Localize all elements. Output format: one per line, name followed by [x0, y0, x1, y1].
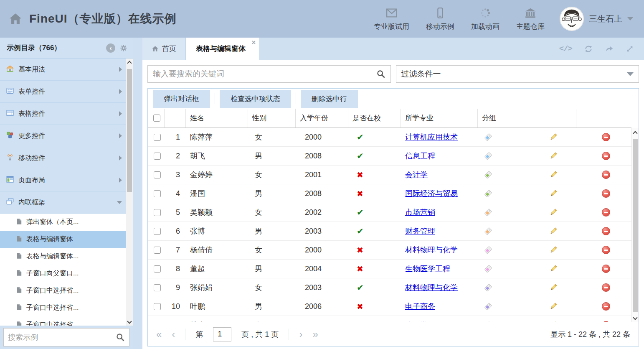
major-link[interactable]: 材料物理与化学: [405, 245, 458, 255]
select-all-checkbox[interactable]: [153, 115, 160, 122]
sidebar-item[interactable]: 表格与编辑窗体: [0, 231, 126, 248]
delete-icon[interactable]: [602, 152, 610, 160]
sidebar-item[interactable]: 表格与编辑窗体...: [0, 248, 126, 265]
keyword-search-input[interactable]: [153, 69, 376, 79]
major-link[interactable]: 市场营销: [405, 207, 435, 217]
row-checkbox[interactable]: [154, 190, 161, 197]
gear-icon[interactable]: [119, 44, 128, 52]
delete-icon[interactable]: [602, 283, 610, 292]
sidebar-item[interactable]: 弹出窗体（本页...: [0, 214, 126, 231]
edit-icon[interactable]: [549, 321, 558, 322]
delete-icon[interactable]: [602, 208, 610, 217]
refresh-icon[interactable]: [584, 44, 593, 53]
major-link[interactable]: 管理学: [405, 320, 428, 322]
splitter[interactable]: [133, 38, 142, 349]
avatar[interactable]: [560, 7, 584, 31]
sidebar-group-3[interactable]: 更多控件: [0, 125, 126, 147]
sidebar-group-5[interactable]: 页面布局: [0, 169, 126, 191]
sidebar-group-1[interactable]: 表单控件: [0, 81, 126, 103]
row-checkbox[interactable]: [154, 284, 161, 291]
search-icon[interactable]: [376, 69, 385, 79]
tab-1[interactable]: 表格与编辑窗体×: [186, 38, 259, 60]
sidebar-group-2[interactable]: 表格控件: [0, 103, 126, 125]
share-icon[interactable]: [605, 44, 614, 53]
next-page-button[interactable]: ›: [299, 329, 302, 339]
close-tab-icon[interactable]: ×: [252, 39, 256, 46]
expand-icon[interactable]: [626, 45, 634, 53]
tab-0[interactable]: 首页: [142, 38, 186, 60]
search-icon[interactable]: [116, 333, 125, 342]
sidebar-group-4[interactable]: 移动控件: [0, 147, 126, 169]
edit-icon[interactable]: [549, 152, 558, 160]
row-checkbox[interactable]: [154, 134, 161, 141]
delete-icon[interactable]: [602, 171, 610, 179]
row-checkbox[interactable]: [154, 247, 161, 254]
major-link[interactable]: 材料物理与化学: [405, 283, 458, 293]
delete-icon[interactable]: [602, 302, 610, 311]
cell-group: [478, 203, 526, 222]
major-link[interactable]: 会计学: [405, 170, 428, 180]
code-icon[interactable]: </>: [559, 44, 572, 53]
edit-icon[interactable]: [549, 189, 558, 198]
tab-toolbar: </>: [559, 38, 644, 60]
row-checkbox[interactable]: [154, 228, 161, 235]
sidebar-item[interactable]: 子窗口中选择省...: [0, 282, 126, 299]
edit-icon[interactable]: [549, 246, 558, 254]
major-link[interactable]: 国际经济与贸易: [405, 189, 458, 199]
scroll-up-icon[interactable]: [127, 61, 132, 65]
sidebar-item[interactable]: 子窗口向父窗口...: [0, 265, 126, 282]
edit-icon[interactable]: [549, 208, 558, 217]
first-page-button[interactable]: «: [156, 329, 162, 339]
sidebar-group-6[interactable]: 内联框架: [0, 191, 126, 214]
home-icon[interactable]: [8, 12, 23, 26]
row-checkbox[interactable]: [154, 209, 161, 216]
delete-icon[interactable]: [602, 189, 610, 198]
scroll-down-icon[interactable]: [633, 315, 637, 320]
delete-icon[interactable]: [602, 133, 610, 141]
page-number-input[interactable]: [213, 327, 231, 341]
last-page-button[interactable]: »: [312, 329, 318, 339]
sidebar-group-0[interactable]: 基本用法: [0, 59, 126, 81]
delete-icon[interactable]: [602, 246, 610, 254]
edit-icon[interactable]: [549, 265, 558, 273]
action-button-0[interactable]: 弹出对话框: [153, 90, 210, 108]
grid-toolbar: 弹出对话框检查选中项状态删除选中行: [148, 89, 639, 109]
delete-icon[interactable]: [602, 227, 610, 235]
delete-icon[interactable]: [602, 321, 610, 322]
row-checkbox[interactable]: [154, 265, 161, 273]
delete-icon[interactable]: [602, 265, 610, 273]
prev-page-button[interactable]: ‹: [172, 329, 175, 339]
major-link[interactable]: 财务管理: [405, 226, 435, 236]
sidebar-search-input[interactable]: [8, 333, 116, 342]
row-checkbox[interactable]: [154, 171, 161, 178]
scrollbar-thumb[interactable]: [127, 69, 132, 192]
row-checkbox[interactable]: [154, 322, 161, 322]
scroll-up-icon[interactable]: [633, 131, 637, 135]
edit-icon[interactable]: [549, 227, 558, 235]
header-action-loading-anim[interactable]: 加载动画: [471, 6, 499, 31]
collapse-sidebar-button[interactable]: ‹: [106, 43, 115, 53]
row-checkbox[interactable]: [154, 153, 161, 160]
table-scrollbar[interactable]: [631, 128, 639, 322]
scrollbar-thumb[interactable]: [633, 139, 638, 312]
sidebar-item[interactable]: 子窗口中选择省...: [0, 299, 126, 316]
scroll-down-icon[interactable]: [127, 319, 132, 324]
major-link[interactable]: 计算机应用技术: [405, 132, 458, 142]
filter-dropdown[interactable]: 过滤条件一: [396, 65, 639, 83]
header-action-pro-trial[interactable]: 专业版试用: [374, 6, 409, 31]
action-button-1[interactable]: 检查选中项状态: [220, 90, 291, 108]
edit-icon[interactable]: [549, 171, 558, 179]
header-action-mobile-demo[interactable]: 移动示例: [426, 6, 454, 31]
header-action-theme-repo[interactable]: 主题仓库: [516, 6, 545, 31]
major-link[interactable]: 电子商务: [405, 301, 435, 311]
sidebar-item[interactable]: 子窗口中选择省: [0, 316, 126, 326]
sidebar-scrollbar[interactable]: [126, 59, 133, 326]
major-link[interactable]: 生物医学工程: [405, 264, 450, 274]
action-button-2[interactable]: 删除选中行: [301, 90, 358, 108]
edit-icon[interactable]: [549, 133, 558, 141]
edit-icon[interactable]: [549, 283, 558, 292]
row-checkbox[interactable]: [154, 303, 161, 310]
major-link[interactable]: 信息工程: [405, 151, 435, 161]
edit-icon[interactable]: [549, 302, 558, 311]
user-menu[interactable]: 三生石上: [560, 7, 633, 31]
